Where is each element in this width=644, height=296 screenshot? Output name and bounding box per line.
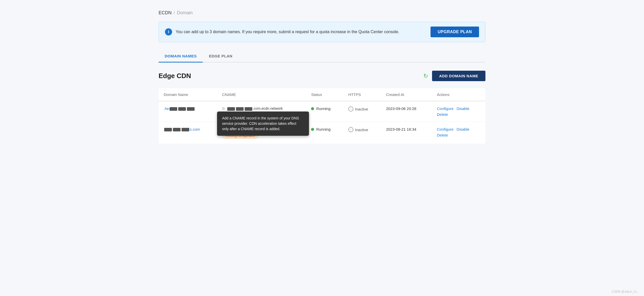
breadcrumb: ECDN / Domain xyxy=(159,10,485,16)
https-label: Inactive xyxy=(355,128,368,132)
col-header-cname: CNAME xyxy=(217,88,306,101)
section-header: Edge CDN ↻ ADD DOMAIN NAME xyxy=(159,71,485,81)
status-dot-running xyxy=(311,128,314,131)
breadcrumb-current: Domain xyxy=(177,10,193,16)
actions-row: Configure Disable xyxy=(437,106,480,111)
status-dot-running xyxy=(311,107,314,110)
info-banner-left: i You can add up to 3 domain names. If y… xyxy=(165,28,399,35)
add-domain-button[interactable]: ADD DOMAIN NAME xyxy=(432,71,485,81)
breadcrumb-root[interactable]: ECDN xyxy=(159,10,172,16)
table-row: .he ⧉ .com.ecdn.network Add a CNAME reco… xyxy=(159,101,485,122)
https-label: Inactive xyxy=(355,107,368,111)
configure-link[interactable]: Configure xyxy=(437,127,454,131)
https-icon: ! xyxy=(348,106,353,112)
status-label: Running xyxy=(316,127,330,131)
domain-table: Domain Name CNAME Status HTTPS Created A… xyxy=(159,88,485,144)
page-container: ECDN / Domain i You can add up to 3 doma… xyxy=(143,0,501,154)
col-header-domain: Domain Name xyxy=(159,88,217,101)
cname-text: .com.ecdn.network xyxy=(227,106,283,110)
footer-watermark: CSDN @JiaLin_H... xyxy=(612,290,639,293)
info-icon: i xyxy=(165,28,172,35)
disable-link[interactable]: Disable xyxy=(457,127,469,131)
tab-domain-names[interactable]: DOMAIN NAMES xyxy=(159,50,203,63)
col-header-actions: Actions xyxy=(432,88,485,101)
domain-name-cell: .he xyxy=(159,101,217,122)
tooltip-text: Add a CNAME record in the system of your… xyxy=(222,116,299,131)
actions-row-2: Delete xyxy=(437,133,480,137)
tab-edge-plan[interactable]: EDGE PLAN xyxy=(203,50,238,63)
status-label: Running xyxy=(316,106,330,111)
copy-icon[interactable]: ⧉ xyxy=(222,106,225,111)
cname-tooltip: Add a CNAME record in the system of your… xyxy=(217,112,309,136)
actions-row-2: Delete xyxy=(437,112,480,117)
domain-name-cell: s.com xyxy=(159,122,217,144)
delete-link[interactable]: Delete xyxy=(437,112,448,117)
info-banner-text: You can add up to 3 domain names. If you… xyxy=(176,30,399,34)
table-container: Domain Name CNAME Status HTTPS Created A… xyxy=(159,88,485,144)
table-row: s.com ⧉ Pending configuration Runn xyxy=(159,122,485,144)
actions-cell: Configure Disable Delete xyxy=(432,122,485,144)
actions-cell: Configure Disable Delete xyxy=(432,101,485,122)
col-header-created: Created At xyxy=(381,88,432,101)
https-icon: ! xyxy=(348,127,353,132)
domain-name-text: s.com xyxy=(164,127,200,131)
col-header-https: HTTPS xyxy=(343,88,381,101)
refresh-icon[interactable]: ↻ xyxy=(423,73,428,79)
header-actions: ↻ ADD DOMAIN NAME xyxy=(423,71,485,81)
created-at-cell: 2023-09-06 20:28 xyxy=(381,101,432,122)
status-cell: Running xyxy=(306,122,343,144)
col-header-status: Status xyxy=(306,88,343,101)
domain-name-text: .he xyxy=(164,106,195,111)
breadcrumb-separator: / xyxy=(174,11,175,15)
https-cell: ! Inactive xyxy=(343,101,381,122)
cname-wrapper: ⧉ .com.ecdn.network xyxy=(222,106,301,111)
upgrade-plan-button[interactable]: UPGRADE PLAN xyxy=(431,27,479,37)
delete-link[interactable]: Delete xyxy=(437,133,448,137)
https-cell: ! Inactive xyxy=(343,122,381,144)
info-banner: i You can add up to 3 domain names. If y… xyxy=(159,22,485,42)
actions-row: Configure Disable xyxy=(437,127,480,131)
section-title: Edge CDN xyxy=(159,72,191,80)
status-cell: Running xyxy=(306,101,343,122)
table-header-row: Domain Name CNAME Status HTTPS Created A… xyxy=(159,88,485,101)
cname-cell: ⧉ .com.ecdn.network Add a CNAME record i… xyxy=(217,101,306,122)
tabs-container: DOMAIN NAMES EDGE PLAN xyxy=(159,50,485,63)
disable-link[interactable]: Disable xyxy=(457,106,469,111)
created-at-cell: 2023-08-21 16:34 xyxy=(381,122,432,144)
configure-link[interactable]: Configure xyxy=(437,106,454,111)
